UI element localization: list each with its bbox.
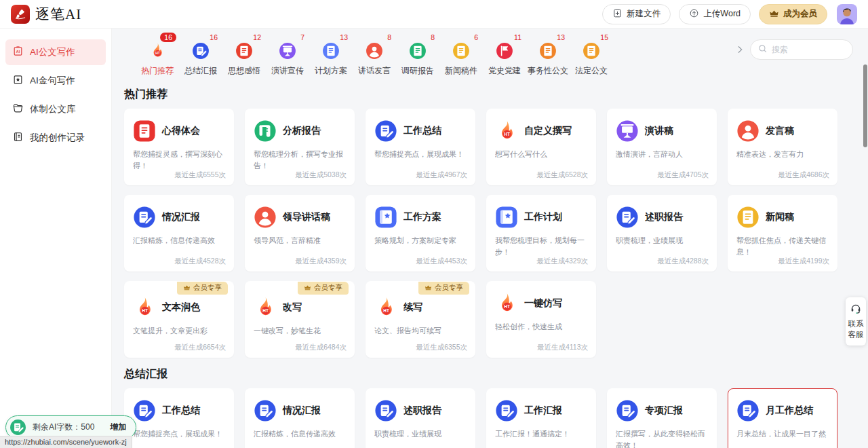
card-title: 工作方案: [403, 211, 441, 223]
scrollbar-thumb[interactable]: [863, 64, 867, 147]
sidebar-item-ai-golden-writing[interactable]: AI金句写作: [5, 68, 106, 94]
card-generation-count: 最近生成4359次: [295, 257, 347, 266]
tab-label: 党史党建: [483, 65, 526, 77]
scene-card[interactable]: 工作计划我帮您梳理目标，规划每一步！最近生成4329次: [486, 195, 596, 272]
card-title: 月工作总结: [766, 405, 813, 417]
tab-label: 计划方案: [309, 65, 353, 77]
doc-pen-green-icon: [9, 419, 26, 436]
tab-count-badge: 8: [387, 33, 391, 42]
category-tab-11[interactable]: 15法定公文: [570, 33, 613, 77]
card-generation-count: 最近生成5038次: [295, 170, 347, 180]
main-area: 16HT热门推荐16总结汇报12思想感悟7演讲宣传13计划方案8讲话发言8调研报…: [112, 29, 868, 448]
doc-pen-icon: [495, 399, 518, 422]
contact-support-button[interactable]: 联系客服: [846, 297, 866, 346]
card-description: 帮您捕捉亮点，展现成果！: [133, 428, 225, 440]
tabs-overflow-chevron-icon[interactable]: [734, 44, 745, 55]
scene-card[interactable]: 工作总结帮您捕捉亮点，展现成果！最近生成4967次: [124, 388, 234, 448]
scene-card[interactable]: 演讲稿激情演讲，言辞动人最近生成4705次: [607, 109, 717, 185]
scene-card[interactable]: 发言稿精准表达，发言有力最近生成4686次: [728, 109, 837, 185]
card-description: 帮您捕捉灵感，撰写深刻心得！: [133, 149, 225, 172]
tab-count-badge: 13: [340, 33, 348, 42]
scene-card[interactable]: 月工作总结月末总结，让成果一目了然最近生成3254次: [728, 388, 837, 448]
card-generation-count: 最近生成4329次: [536, 257, 588, 266]
card-header: 工作计划: [495, 206, 587, 229]
card-generation-count: 最近生成4288次: [657, 257, 709, 266]
card-header: 工作总结: [133, 399, 225, 422]
category-tab-10[interactable]: 13事务性公文: [526, 33, 570, 77]
doc-pen-icon: [133, 399, 156, 422]
card-title: 一键仿写: [524, 297, 562, 310]
category-tab-1[interactable]: 16HT热门推荐: [136, 33, 179, 77]
category-tab-6[interactable]: 8讲话发言: [353, 33, 396, 77]
card-header: 工作汇报: [495, 399, 587, 422]
tab-count-badge: 6: [474, 33, 478, 42]
category-tab-2[interactable]: 16总结汇报: [179, 33, 222, 77]
search-input[interactable]: [772, 45, 846, 54]
card-header: HT自定义撰写: [495, 119, 587, 143]
tab-label: 法定公文: [570, 65, 613, 77]
sidebar-item-ai-official-writing[interactable]: AIAI公文写作: [5, 39, 106, 65]
scene-card[interactable]: 会员专享HT改写一键改写，妙笔生花最近生成6484次: [245, 281, 355, 358]
records-icon: [12, 131, 24, 145]
scene-card[interactable]: 专项汇报汇报撰写，从此变得轻松而高效！最近生成3846次: [607, 388, 717, 448]
card-title: 情况汇报: [283, 405, 321, 417]
add-words-button[interactable]: 增加: [110, 422, 126, 433]
card-description: 领导风范，言辞精准: [254, 235, 346, 246]
scene-card[interactable]: 新闻稿帮您抓住焦点，传递关键信息！最近生成4199次: [728, 195, 837, 272]
card-description: 帮您抓住焦点，传递关键信息！: [736, 235, 829, 258]
sidebar-item-my-creation-records[interactable]: 我的创作记录: [5, 125, 106, 151]
category-tab-3[interactable]: 12思想感悟: [222, 33, 266, 77]
scene-card[interactable]: 述职报告职责梳理，业绩展现最近生成4288次: [607, 195, 717, 272]
scene-card[interactable]: 工作总结帮您捕捉亮点，展现成果！最近生成4967次: [366, 109, 475, 185]
person-icon: [254, 206, 277, 229]
user-avatar[interactable]: [837, 4, 857, 24]
card-description: 月末总结，让成果一目了然: [736, 428, 829, 440]
category-tab-7[interactable]: 8调研报告: [396, 33, 439, 77]
member-badge-label: 会员专享: [435, 283, 463, 293]
become-member-button[interactable]: 成为会员: [759, 4, 827, 24]
scene-card[interactable]: HT自定义撰写想写什么写什么最近生成6528次: [486, 109, 596, 185]
category-tab-4[interactable]: 7演讲宣传: [266, 33, 309, 77]
category-tab-5[interactable]: 13计划方案: [309, 33, 353, 77]
scene-card[interactable]: 领导讲话稿领导风范，言辞精准最近生成4359次: [245, 195, 355, 272]
card-title: 分析报告: [283, 125, 321, 137]
card-description: 汇报撰写，从此变得轻松而高效！: [616, 428, 708, 448]
card-generation-count: 最近生成4686次: [778, 170, 829, 180]
card-title: 新闻稿: [766, 211, 794, 223]
app-title: 逐笔AI: [35, 5, 81, 24]
scene-card[interactable]: 心得体会帮您捕捉灵感，撰写深刻心得！最近生成6555次: [124, 109, 234, 185]
card-description: 职责梳理，业绩展现: [616, 235, 708, 246]
sidebar-item-official-doc-library[interactable]: 体制公文库: [5, 96, 106, 122]
scene-card[interactable]: 工作方案策略规划，方案制定专家最近生成4453次: [366, 195, 475, 272]
book-icon: [495, 206, 518, 229]
card-description: 帮您捕捉亮点，展现成果！: [374, 149, 467, 160]
tab-label: 热门推荐: [136, 65, 179, 77]
scene-card[interactable]: 会员专享HT续写论文、报告均可续写最近生成6355次: [366, 281, 475, 358]
scene-card[interactable]: 会员专享HT文本润色文笔提升，文章更出彩最近生成6654次: [124, 281, 234, 358]
scene-card[interactable]: 情况汇报汇报精炼，信息传递高效最近生成4528次: [124, 195, 234, 272]
scene-card[interactable]: 情况汇报汇报精炼，信息传递高效最近生成4528次: [245, 388, 355, 448]
golden-icon: [12, 74, 24, 88]
card-title: 专项汇报: [645, 405, 683, 417]
card-header: 专项汇报: [616, 399, 708, 422]
tab-count-badge: 15: [600, 33, 608, 42]
scene-card[interactable]: 工作汇报工作汇报！通通搞定！最近生成3164次: [486, 388, 596, 448]
doc-c-icon: [235, 42, 253, 60]
member-badge-label: 会员专享: [193, 283, 222, 293]
card-header: 工作方案: [374, 206, 467, 229]
svg-text:HT: HT: [383, 308, 389, 313]
scene-card[interactable]: 分析报告帮您梳理分析，撰写专业报告！最近生成5038次: [245, 109, 355, 185]
new-document-button[interactable]: 新建文件: [602, 4, 671, 24]
card-description: 论文、报告均可续写: [374, 325, 467, 337]
category-tab-8[interactable]: 6新闻稿件: [439, 33, 483, 77]
scene-card[interactable]: HT一键仿写轻松创作，快速生成最近生成4113次: [486, 281, 596, 358]
ai-doc-icon: AI: [12, 45, 24, 59]
category-tab-9[interactable]: 11党史党建: [483, 33, 526, 77]
card-generation-count: 最近生成6484次: [295, 343, 347, 352]
upload-word-button[interactable]: 上传Word: [679, 4, 751, 24]
flame-icon: HT: [149, 42, 166, 60]
flame-icon: HT: [374, 296, 397, 319]
doc-c-icon: [409, 42, 427, 60]
scene-card[interactable]: 述职报告职责梳理，业绩展现最近生成4288次: [366, 388, 475, 448]
contact-support-label: 联系客服: [848, 318, 864, 340]
